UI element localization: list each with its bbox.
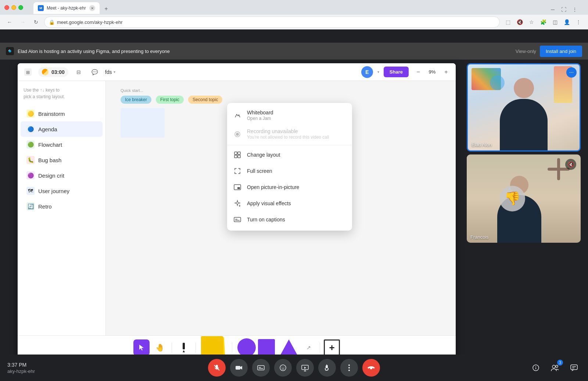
reload-button[interactable]: ↻: [31, 17, 41, 27]
captions-button[interactable]: [252, 359, 270, 377]
minimize-window-button[interactable]: [11, 5, 16, 10]
circle-shape[interactable]: [237, 338, 256, 357]
svg-point-0: [9, 50, 11, 53]
svg-point-4: [236, 133, 239, 136]
close-window-button[interactable]: [4, 5, 9, 10]
forward-button[interactable]: →: [18, 17, 28, 27]
install-join-button[interactable]: Install and join: [540, 46, 582, 57]
designcrit-label: Design crit: [38, 172, 64, 179]
sidebar-item-userjourney[interactable]: 🗺 User journey: [21, 183, 103, 199]
video-panel: ⋯ Elad Alon 👎 🔇 Franc: [467, 63, 581, 243]
hand-cursor-button[interactable]: 🤚: [152, 339, 168, 356]
menu-item-pip[interactable]: Open picture-in-picture: [227, 179, 352, 195]
profile-icon[interactable]: 👤: [562, 17, 572, 27]
zoom-in-button[interactable]: +: [441, 67, 451, 77]
browser-menu-dots[interactable]: ⋮: [573, 17, 584, 27]
pip-label: Open picture-in-picture: [247, 184, 299, 190]
extensions-icon[interactable]: 🧩: [538, 17, 548, 27]
bugbash-label: Bug bash: [38, 157, 61, 163]
address-bar-row: ← → ↻ 🔒 meet.google.com/aky-hzpk-ehr ⬚ 🔇…: [0, 15, 588, 29]
user-avatar[interactable]: E: [361, 66, 373, 78]
triangle-shape-container[interactable]: [280, 339, 298, 356]
raise-hand-button[interactable]: [318, 359, 336, 377]
share-button[interactable]: Share: [384, 67, 409, 77]
browser-fullscreen-icon[interactable]: ⛶: [559, 5, 568, 14]
arrow-tool[interactable]: ↗: [303, 342, 315, 353]
figma-main-canvas[interactable]: Quick start... Ice breaker First topic S…: [106, 81, 456, 359]
maximize-window-button[interactable]: [18, 5, 23, 10]
sidebar-item-retro[interactable]: 🔄 Retro: [21, 199, 103, 214]
cursor-tool-button[interactable]: [133, 339, 150, 356]
emoji-button[interactable]: [274, 359, 292, 377]
info-button[interactable]: [529, 361, 542, 374]
comments-tool-button[interactable]: 💬: [89, 66, 101, 78]
sidebar-item-agenda[interactable]: 🔵 Agenda: [21, 121, 103, 137]
hand-icon: 🤚: [155, 343, 165, 352]
browser-menu-icon[interactable]: ⋮: [570, 5, 579, 14]
designcrit-icon: 🟣: [26, 171, 35, 179]
sidebar-item-designcrit[interactable]: 🟣 Design crit: [21, 168, 103, 183]
second-topic-tag: Second topic: [188, 96, 222, 104]
new-tab-button[interactable]: +: [101, 4, 111, 14]
first-topic-tag: First topic: [156, 96, 184, 104]
svg-point-31: [535, 366, 536, 367]
menu-item-change-layout[interactable]: Change layout: [227, 147, 352, 163]
figma-menu-button[interactable]: ⊞: [22, 66, 34, 78]
participants-button[interactable]: 3: [548, 361, 562, 374]
frames-tool-button[interactable]: ⊟: [73, 66, 85, 78]
end-call-button[interactable]: [362, 359, 380, 377]
menu-divider-1: [227, 145, 352, 145]
zoom-out-button[interactable]: −: [413, 67, 423, 77]
ice-breaker-tag: Ice breaker: [121, 96, 151, 104]
timer-text: 03:00: [51, 69, 65, 75]
userjourney-label: User journey: [38, 188, 69, 194]
figma-canvas: Use the ↑↓ keys topick a starting layout…: [18, 81, 456, 359]
avatar-dropdown[interactable]: ▾: [377, 70, 379, 74]
cast-icon[interactable]: ⬚: [503, 17, 513, 27]
chat-button[interactable]: [567, 361, 581, 374]
sidebar-item-bugbash[interactable]: 🐛 Bug bash: [21, 152, 103, 168]
menu-item-fullscreen[interactable]: Full screen: [227, 163, 352, 179]
address-field[interactable]: 🔒 meet.google.com/aky-hzpk-ehr: [44, 17, 500, 28]
menu-item-captions[interactable]: Turn on captions: [227, 211, 352, 228]
back-button[interactable]: ←: [4, 17, 15, 27]
sidebar-icon[interactable]: ◫: [550, 17, 560, 27]
active-tab[interactable]: M Meet - aky-hzpk-ehr ✕: [33, 2, 100, 14]
sidebar-item-brainstorm[interactable]: 🟡 Brainstorm: [21, 106, 103, 121]
view-only-button[interactable]: View-only: [516, 49, 536, 54]
svg-point-21: [280, 365, 286, 371]
tab-close-button[interactable]: ✕: [89, 5, 95, 11]
bookmark-icon[interactable]: ☆: [526, 17, 537, 27]
svg-rect-11: [234, 217, 241, 222]
menu-item-whiteboard[interactable]: Whiteboard Open a Jam: [227, 106, 352, 125]
effects-label: Apply visual effects: [247, 200, 291, 206]
rect-shape[interactable]: [258, 339, 275, 356]
menu-item-effects[interactable]: Apply visual effects: [227, 195, 352, 211]
context-menu: Whiteboard Open a Jam Recording un: [227, 103, 352, 231]
present-button[interactable]: [296, 359, 314, 377]
browser-minimize-icon[interactable]: ─: [548, 5, 557, 14]
recording-sublabel: You're not allowed to record this video …: [247, 135, 329, 140]
tool-divider-4: [320, 342, 320, 353]
text-tool-button[interactable]: +: [324, 339, 340, 356]
figma-icon: [6, 47, 14, 55]
elad-head: [514, 78, 534, 98]
agenda-icon: 🔵: [26, 125, 35, 133]
camera-button[interactable]: [230, 359, 248, 377]
userjourney-icon: 🗺: [26, 187, 35, 195]
mute-tab-icon[interactable]: 🔇: [514, 17, 525, 27]
sidebar-item-flowchart[interactable]: 🟢 Flowchart: [21, 137, 103, 152]
svg-rect-8: [238, 155, 240, 158]
figma-toolbar: ⊞ 03:00 ⊟ 💬 fds ▾ E ▾ Share −: [18, 63, 456, 81]
pen-tool-button[interactable]: [176, 339, 192, 356]
mute-button[interactable]: [208, 359, 226, 377]
more-options-button-elad[interactable]: ⋯: [566, 67, 577, 78]
thumbs-down-reaction: 👎: [499, 186, 525, 211]
file-name-label[interactable]: fds ▾: [105, 69, 115, 75]
meeting-info: 3:37 PM aky-hzpk-ehr: [7, 362, 66, 374]
zoom-controls: − 9% +: [413, 67, 451, 77]
svg-rect-14: [183, 343, 185, 349]
svg-text:⊞: ⊞: [26, 70, 30, 75]
more-options-button[interactable]: [340, 359, 358, 377]
whiteboard-content: Whiteboard Open a Jam: [247, 110, 273, 121]
